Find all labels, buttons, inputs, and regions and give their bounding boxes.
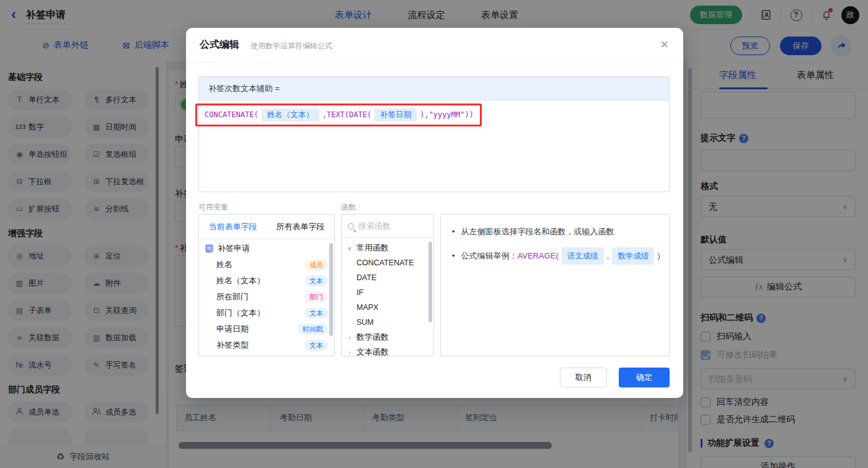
formula-function: CONCATENATE(: [205, 110, 259, 119]
variable-item[interactable]: 申请日期时间戳: [199, 321, 334, 337]
tip-line: • 从左侧面板选择字段名和函数，或输入函数: [452, 224, 659, 239]
functions-tree: ∨常用函数 CONCATENATE DATE IF MAPX SUM ›数学函数…: [342, 238, 433, 356]
function-item[interactable]: DATE: [342, 270, 433, 285]
function-group-common[interactable]: ∨常用函数: [342, 241, 433, 255]
function-group-math[interactable]: ›数学函数: [342, 330, 433, 345]
search-icon: [348, 223, 354, 229]
function-group-text[interactable]: ›文本函数: [342, 345, 433, 356]
variable-item[interactable]: 补签类型文本: [199, 337, 334, 353]
functions-panel: ∨常用函数 CONCATENATE DATE IF MAPX SUM ›数学函数…: [341, 214, 434, 356]
variable-item[interactable]: 姓名（文本）文本: [199, 273, 334, 289]
functions-scrollbar[interactable]: [428, 242, 432, 322]
modal-title: 公式编辑: [200, 38, 239, 51]
functions-label: 函数: [341, 202, 356, 213]
field-token[interactable]: 姓名（文本）: [262, 108, 319, 121]
variable-item[interactable]: 姓名成员: [199, 257, 334, 273]
tip-example-line: • 公式编辑举例： AVERAGE( 语文成绩 , 数学成绩 ): [452, 247, 659, 265]
bullet-icon: •: [452, 249, 455, 263]
formula-function: ,TEXT(DATE(: [322, 110, 371, 119]
modal-subtitle: 使用数学运算符编辑公式: [250, 41, 332, 51]
example-close-paren: ): [657, 249, 660, 263]
field-token[interactable]: 补签日期: [374, 108, 417, 121]
example-function: AVERAGE(: [518, 249, 559, 263]
tips-panel: • 从左侧面板选择字段名和函数，或输入函数 • 公式编辑举例： AVERAGE(…: [440, 214, 670, 356]
formula-function: ),"yyyyMM")): [420, 110, 474, 119]
variables-tree: 补签申请 姓名成员 姓名（文本）文本 所在部门部门 部门（文本）文本 申请日期时…: [199, 239, 334, 353]
type-badge: 文本: [304, 340, 328, 351]
variables-label: 可用变量: [198, 202, 228, 213]
type-badge: 文本: [304, 275, 328, 286]
function-item[interactable]: SUM: [342, 315, 433, 330]
caret-down-icon: ∨: [347, 245, 353, 252]
caret-right-icon: ›: [347, 349, 353, 356]
app-root: ‹ 补签申请 表单设计 流程设定 表单设置 数据管理 ?: [0, 0, 868, 468]
variables-scrollbar[interactable]: [329, 243, 333, 336]
function-search-input[interactable]: [358, 221, 420, 231]
form-doc-icon: [205, 244, 213, 253]
function-item[interactable]: IF: [342, 285, 433, 300]
formula-expression[interactable]: CONCATENATE( 姓名（文本） ,TEXT(DATE( 补签日期 ),"…: [205, 107, 474, 122]
type-badge: 文本: [304, 307, 328, 319]
variables-panel: 当前表单字段 所有表单字段 补签申请 姓名成员 姓名（文本）文本 所在部门部门 …: [198, 214, 335, 356]
tab-all-form-fields[interactable]: 所有表单字段: [267, 214, 334, 239]
close-icon[interactable]: ×: [660, 36, 668, 53]
example-field-token: 数学成绩: [612, 247, 654, 265]
tree-root[interactable]: 补签申请: [199, 241, 334, 257]
caret-right-icon: ›: [347, 334, 353, 341]
cancel-button[interactable]: 取消: [560, 368, 607, 387]
example-field-token: 语文成绩: [562, 247, 604, 265]
variable-item[interactable]: 所在部门部门: [199, 289, 334, 305]
function-item[interactable]: CONCATENATE: [342, 255, 433, 270]
tab-current-form-fields[interactable]: 当前表单字段: [199, 214, 267, 239]
formula-target: 补签次数文本辅助 =: [199, 77, 669, 100]
modal-header: 公式编辑 使用数学运算符编辑公式 ×: [186, 28, 683, 63]
variables-tabs: 当前表单字段 所有表单字段: [199, 214, 334, 239]
formula-editor[interactable]: 补签次数文本辅助 =: [198, 76, 670, 192]
formula-edit-modal: 公式编辑 使用数学运算符编辑公式 × 补签次数文本辅助 = CONCATENAT…: [186, 28, 683, 398]
type-badge: 成员: [304, 259, 328, 270]
example-comma: ,: [607, 249, 609, 263]
type-badge: 时间戳: [298, 324, 328, 335]
variable-item[interactable]: 部门（文本）文本: [199, 305, 334, 321]
confirm-button[interactable]: 确定: [619, 368, 670, 387]
function-item[interactable]: MAPX: [342, 300, 433, 315]
bullet-icon: •: [452, 224, 455, 239]
type-badge: 部门: [304, 291, 328, 302]
function-search[interactable]: [342, 214, 433, 238]
